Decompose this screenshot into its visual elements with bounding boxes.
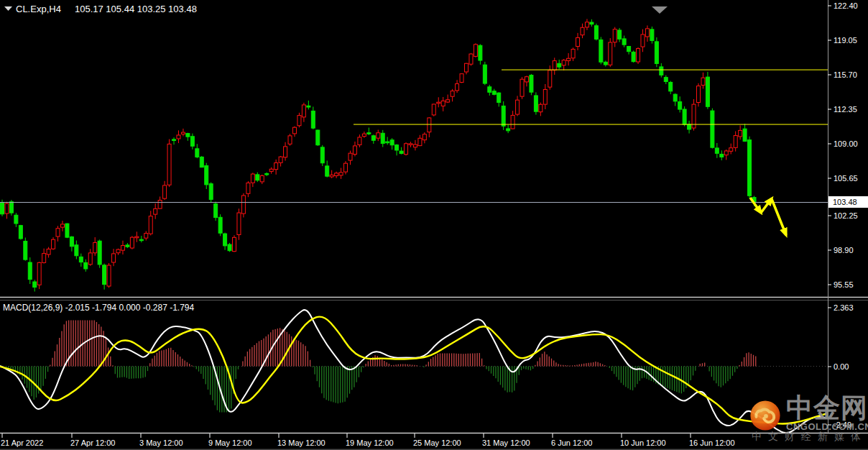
candle — [288, 134, 292, 145]
candle — [483, 62, 486, 85]
candle — [130, 236, 134, 249]
candle — [599, 37, 603, 64]
candle — [24, 238, 27, 261]
candle — [520, 77, 524, 99]
time-axis-label: 16 Jun 12:00 — [689, 438, 735, 447]
price-axis-label: 95.55 — [834, 280, 854, 289]
candle — [241, 193, 245, 218]
candle — [320, 145, 324, 166]
candle — [706, 72, 709, 109]
price-axis-label: 105.65 — [834, 174, 858, 183]
candle — [748, 137, 752, 199]
candle — [632, 50, 635, 63]
time-axis-label: 21 Apr 2022 — [1, 438, 43, 447]
candle — [218, 214, 222, 236]
macd-axis-label: -2.49 — [834, 421, 851, 429]
time-axis-label: 25 May 12:00 — [413, 438, 461, 447]
price-axis-label: 115.70 — [834, 70, 857, 79]
candle — [107, 263, 111, 288]
candle — [474, 43, 477, 58]
candle — [98, 239, 101, 267]
candle — [167, 139, 171, 188]
time-axis-label: 31 May 12:00 — [482, 438, 530, 447]
macd-label: MACD(12,26,9) -2.015 -1.794 0.000 -0.287… — [3, 303, 194, 313]
chart-canvas[interactable]: 122.40119.05115.70112.35109.00105.65102.… — [0, 0, 868, 450]
candle — [594, 24, 598, 41]
price-axis-label: 112.35 — [834, 105, 857, 114]
candle — [502, 101, 505, 130]
time-axis-label: 9 May 12:00 — [208, 438, 252, 447]
price-axis-label: 109.00 — [834, 139, 858, 148]
macd-axis-label: 0.00 — [834, 362, 849, 371]
candle — [711, 109, 714, 149]
candle — [405, 142, 408, 155]
candle — [233, 235, 236, 252]
candle — [534, 92, 537, 114]
candle — [316, 129, 320, 146]
time-axis-label: 6 Jun 12:00 — [551, 438, 593, 447]
price-axis-label: 119.05 — [834, 36, 857, 45]
candle — [530, 74, 533, 95]
price-axis-label: 102.25 — [834, 211, 858, 220]
time-axis-label: 10 Jun 12:00 — [620, 438, 666, 447]
macd-axis-label: 2.363 — [834, 303, 854, 312]
candle — [469, 53, 473, 66]
candle — [683, 106, 686, 127]
time-axis-label: 27 Apr 12:00 — [70, 438, 115, 447]
candle — [65, 224, 69, 239]
candle — [19, 225, 22, 240]
candle — [209, 183, 213, 203]
candle — [655, 37, 658, 67]
candle — [637, 47, 640, 64]
chart-background — [0, 0, 868, 450]
current-price-tag-text: 103.48 — [833, 198, 857, 206]
candle — [37, 262, 41, 289]
mt4-chart-window: 122.40119.05115.70112.35109.00105.65102.… — [0, 0, 868, 450]
candle — [432, 104, 435, 116]
time-axis-label: 3 May 12:00 — [139, 438, 183, 447]
candle — [609, 38, 612, 67]
symbol-title: CL.Exp,H4 — [16, 4, 61, 14]
candle — [460, 73, 463, 83]
ohlc-quote: 105.17 105.44 103.25 103.48 — [75, 4, 197, 14]
time-axis-label: 19 May 12:00 — [346, 438, 394, 447]
time-axis-label: 13 May 12:00 — [277, 438, 326, 447]
candle — [200, 156, 203, 167]
price-axis-label: 98.90 — [834, 246, 854, 254]
candle — [228, 243, 231, 252]
price-axis-label: 122.40 — [834, 1, 858, 10]
